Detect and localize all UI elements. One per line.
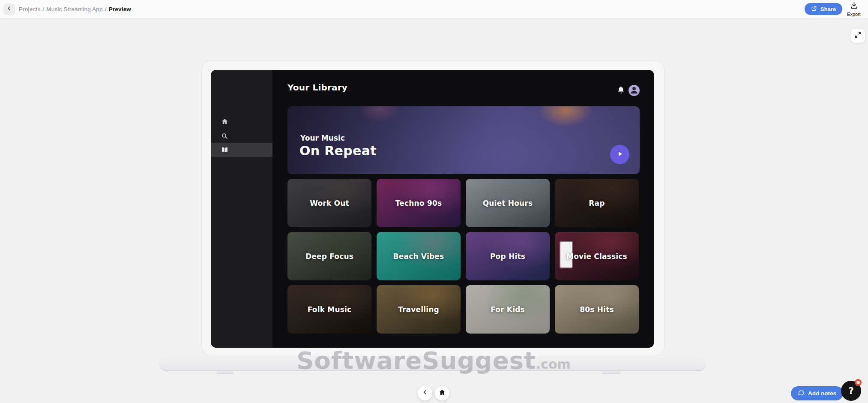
breadcrumb-separator: /	[42, 6, 44, 12]
playlist-label: Folk Music	[287, 285, 371, 334]
app-screen: Your Library Your Music On Repeat Work O…	[211, 70, 654, 348]
breadcrumb-projects[interactable]: Projects	[19, 6, 40, 12]
hero-eyebrow: Your Music	[300, 134, 345, 142]
playlist-grid: Work OutTechno 90sQuiet HoursRapDeep Foc…	[287, 179, 640, 334]
page-title: Your Library	[287, 82, 347, 93]
playlist-label: Rap	[555, 179, 639, 227]
share-icon	[811, 6, 817, 13]
hero-banner-on-repeat[interactable]: Your Music On Repeat	[287, 106, 640, 174]
sidebar-item-search[interactable]	[211, 129, 272, 143]
playlist-card-for-kids[interactable]: For Kids	[466, 285, 550, 334]
chevron-left-icon	[6, 5, 12, 13]
library-icon	[221, 146, 228, 153]
home-icon	[221, 118, 228, 125]
breadcrumb-current: Preview	[109, 6, 131, 12]
chat-bubble-icon	[798, 389, 805, 397]
preview-canvas: Projects / Music Streaming App / Preview…	[0, 0, 868, 403]
export-label: Export	[847, 12, 861, 17]
top-bar: Projects / Music Streaming App / Preview…	[0, 0, 868, 18]
download-icon	[850, 1, 858, 11]
question-mark-icon: ?	[848, 386, 853, 396]
sidebar-item-library[interactable]	[211, 143, 272, 157]
notifications-bell-button[interactable]	[617, 86, 625, 94]
sidebar-nav	[211, 114, 272, 157]
fullscreen-button[interactable]	[851, 29, 865, 43]
playlist-card-folk-music[interactable]: Folk Music	[287, 285, 371, 334]
play-icon	[616, 150, 624, 159]
share-label: Share	[820, 6, 836, 12]
bell-icon	[617, 87, 625, 96]
playlist-card-rap[interactable]: Rap	[555, 179, 639, 227]
laptop-base	[159, 356, 706, 371]
playlist-label: 80s Hits	[555, 285, 639, 334]
person-icon	[629, 85, 639, 96]
playlist-label: Work Out	[287, 179, 371, 227]
expand-diagonal-icon	[854, 31, 862, 40]
preview-home-button[interactable]	[435, 386, 449, 400]
playlist-card-techno-90s[interactable]: Techno 90s	[377, 179, 461, 227]
playlist-card-deep-focus[interactable]: Deep Focus	[287, 232, 371, 280]
preview-back-button[interactable]	[418, 386, 432, 400]
playlist-label: Techno 90s	[377, 179, 461, 227]
breadcrumb-separator: /	[105, 6, 107, 12]
notification-badge	[855, 379, 862, 386]
user-avatar[interactable]	[629, 85, 640, 96]
playlist-card-movie-classics[interactable]: Movie Classics	[555, 232, 639, 280]
search-icon	[221, 132, 228, 139]
add-notes-label: Add notes	[808, 390, 836, 397]
playlist-label: Travelling	[377, 285, 461, 334]
playlist-card-work-out[interactable]: Work Out	[287, 179, 371, 227]
breadcrumb-project-name[interactable]: Music Streaming App	[46, 6, 102, 12]
app-sidebar	[211, 70, 272, 348]
sidebar-item-home[interactable]	[211, 114, 272, 129]
home-icon	[439, 389, 446, 397]
playlist-card-travelling[interactable]: Travelling	[377, 285, 461, 334]
playlist-card-quiet-hours[interactable]: Quiet Hours	[466, 179, 550, 227]
playlist-label: Quiet Hours	[466, 179, 550, 227]
playlist-card-pop-hits[interactable]: Pop Hits	[466, 232, 550, 280]
play-button[interactable]	[610, 145, 629, 164]
playlist-label: Deep Focus	[287, 232, 371, 280]
back-button[interactable]	[3, 3, 15, 15]
playlist-card-beach-vibes[interactable]: Beach Vibes	[377, 232, 461, 280]
hero-title: On Repeat	[299, 143, 377, 158]
playlist-label: Movie Classics	[555, 232, 639, 280]
playlist-label: Beach Vibes	[377, 232, 461, 280]
export-button[interactable]: Export	[845, 1, 863, 17]
playlist-card-80s-hits[interactable]: 80s Hits	[555, 285, 639, 334]
page-fragment	[216, 373, 233, 374]
chevron-left-icon	[422, 389, 428, 397]
breadcrumb: Projects / Music Streaming App / Preview	[19, 0, 131, 18]
page-fragment	[602, 373, 621, 374]
playlist-label: Pop Hits	[466, 232, 550, 280]
share-button[interactable]: Share	[805, 3, 842, 15]
playlist-label: For Kids	[466, 285, 550, 334]
add-notes-button[interactable]: Add notes	[791, 386, 843, 400]
